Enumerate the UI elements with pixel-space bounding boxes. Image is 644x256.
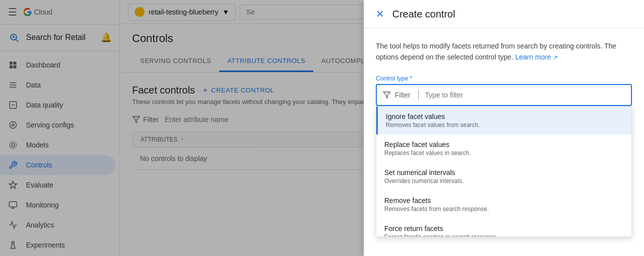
control-type-filter-input[interactable] — [425, 91, 625, 99]
filter-divider — [418, 90, 419, 100]
panel-title: Create control — [392, 8, 455, 20]
dropdown-item-desc: Removes facets from search response. — [384, 206, 623, 212]
dropdown-item-remove[interactable]: Remove facets Removes facets from search… — [376, 190, 631, 218]
dropdown-item-desc: Removes facet values from search. — [386, 122, 623, 128]
filter-search-icon — [383, 91, 391, 99]
dropdown-item-title: Ignore facet values — [386, 112, 623, 120]
control-type-box: Filter — [376, 84, 632, 106]
filter-search-row: Filter — [383, 90, 625, 100]
dropdown-item-desc: Replaces facet values in search. — [384, 150, 623, 156]
dropdown-item-title: Remove facets — [384, 196, 623, 204]
control-type-dropdown: Ignore facet values Removes facet values… — [376, 106, 632, 237]
dropdown-item-title: Force return facets — [384, 224, 623, 232]
dropdown-item-desc: Overrides numerical intervals. — [384, 178, 623, 184]
dropdown-item-numerical[interactable]: Set numerical intervals Overrides numeri… — [376, 162, 631, 190]
control-type-label: Control type * — [376, 75, 632, 82]
dropdown-item-force[interactable]: Force return facets Forces facet's posit… — [376, 218, 631, 236]
svg-marker-23 — [383, 92, 390, 98]
external-link-icon: ↗ — [553, 54, 558, 61]
dropdown-scroll-area: Ignore facet values Removes facet values… — [376, 106, 631, 236]
learn-more-link[interactable]: Learn more ↗ — [515, 53, 558, 61]
dropdown-item-ignore[interactable]: Ignore facet values Removes facet values… — [376, 106, 631, 134]
panel-header: ✕ Create control — [364, 0, 644, 28]
filter-label-in-box: Filter — [395, 91, 410, 99]
dropdown-item-desc: Forces facet's position in search respon… — [384, 234, 623, 236]
panel-description: The tool helps to modify facets returned… — [376, 40, 632, 63]
create-control-panel: ✕ Create control The tool helps to modif… — [364, 0, 644, 256]
dropdown-item-replace[interactable]: Replace facet values Replaces facet valu… — [376, 134, 631, 162]
panel-body: The tool helps to modify facets returned… — [364, 28, 644, 256]
close-panel-button[interactable]: ✕ — [376, 8, 384, 20]
dropdown-item-title: Set numerical intervals — [384, 168, 623, 176]
dropdown-item-title: Replace facet values — [384, 140, 623, 148]
